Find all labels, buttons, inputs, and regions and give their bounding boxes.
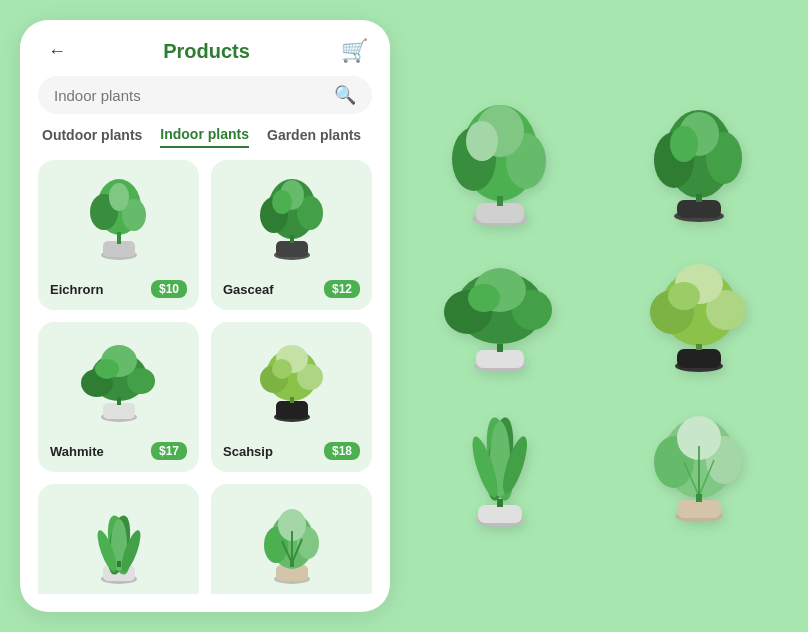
svg-rect-80: [696, 344, 702, 350]
product-card-wahmite[interactable]: Wahmite $17: [38, 322, 199, 472]
svg-rect-14: [290, 235, 294, 243]
search-button[interactable]: 🔍: [334, 84, 356, 106]
svg-rect-74: [677, 349, 721, 368]
svg-rect-82: [478, 505, 522, 523]
floating-plant-6: [644, 406, 754, 526]
svg-rect-98: [696, 494, 702, 502]
svg-point-5: [109, 183, 129, 211]
card-footer-wahmite: Wahmite $17: [50, 442, 187, 460]
plant-image-wahmite: [50, 334, 187, 434]
card-footer-eichrorn: Eichrorn $10: [50, 280, 187, 298]
plant-image-eichrorn: [50, 172, 187, 272]
svg-rect-24: [276, 401, 308, 419]
product-card-hellebore[interactable]: Hellebore $20: [38, 484, 199, 594]
cart-icon[interactable]: 🛒: [341, 38, 368, 64]
phone-panel: ← Products 🛒 🔍 Outdoor plants Indoor pla…: [20, 20, 390, 612]
header: ← Products 🛒: [38, 38, 372, 64]
plant-name-scahsip: Scahsip: [223, 444, 273, 459]
svg-rect-6: [117, 232, 121, 244]
search-input[interactable]: [54, 87, 326, 104]
product-card-eichrorn[interactable]: Eichrorn $10: [38, 160, 199, 310]
svg-rect-8: [276, 241, 308, 257]
price-eichrorn: $10: [151, 280, 187, 298]
svg-point-21: [95, 359, 119, 379]
floating-plant-2: [644, 106, 754, 226]
plant-name-eichrorn: Eichrorn: [50, 282, 103, 297]
price-gasceaf: $12: [324, 280, 360, 298]
search-bar: 🔍: [38, 76, 372, 114]
svg-rect-90: [677, 500, 721, 518]
svg-rect-58: [677, 200, 721, 218]
svg-rect-30: [290, 397, 294, 403]
price-scahsip: $18: [324, 442, 360, 460]
plant-image-gasceaf: [223, 172, 360, 272]
svg-rect-88: [497, 499, 503, 507]
product-card-scahsip[interactable]: Scahsip $18: [211, 322, 372, 472]
floating-plant-3: [440, 256, 560, 376]
card-footer-scahsip: Scahsip $18: [223, 442, 360, 460]
floating-plant-5: [445, 401, 555, 531]
tab-garden[interactable]: Garden plants: [267, 126, 361, 148]
plant-image-scahsip: [223, 334, 360, 434]
svg-rect-56: [497, 196, 503, 206]
tab-indoor[interactable]: Indoor plants: [160, 126, 249, 148]
product-grid: Eichrorn $10: [38, 160, 372, 594]
svg-rect-16: [103, 403, 135, 419]
page-title: Products: [72, 40, 341, 63]
svg-point-71: [468, 284, 500, 312]
floating-plants-area: [420, 91, 788, 541]
svg-rect-66: [476, 350, 524, 368]
svg-rect-72: [497, 344, 503, 352]
svg-point-13: [272, 190, 292, 214]
card-footer-gasceaf: Gasceaf $12: [223, 280, 360, 298]
plant-name-wahmite: Wahmite: [50, 444, 104, 459]
category-tabs: Outdoor plants Indoor plants Garden plan…: [38, 126, 372, 148]
product-card-uglobririn[interactable]: Uglobririn $30: [211, 484, 372, 594]
svg-point-55: [466, 121, 498, 161]
svg-rect-38: [117, 561, 121, 567]
svg-rect-22: [117, 397, 121, 405]
plant-image-uglobririn: [223, 496, 360, 594]
price-wahmite: $17: [151, 442, 187, 460]
product-card-gasceaf[interactable]: Gasceaf $12: [211, 160, 372, 310]
plant-name-gasceaf: Gasceaf: [223, 282, 274, 297]
svg-rect-48: [290, 559, 294, 567]
svg-point-29: [272, 359, 292, 379]
tab-outdoor[interactable]: Outdoor plants: [42, 126, 142, 148]
floating-plant-1: [440, 101, 560, 231]
svg-point-79: [668, 282, 700, 310]
back-button[interactable]: ←: [42, 39, 72, 64]
svg-rect-64: [696, 194, 702, 202]
plant-image-hellebore: [50, 496, 187, 594]
floating-plant-4: [644, 256, 754, 376]
svg-point-63: [670, 126, 698, 162]
